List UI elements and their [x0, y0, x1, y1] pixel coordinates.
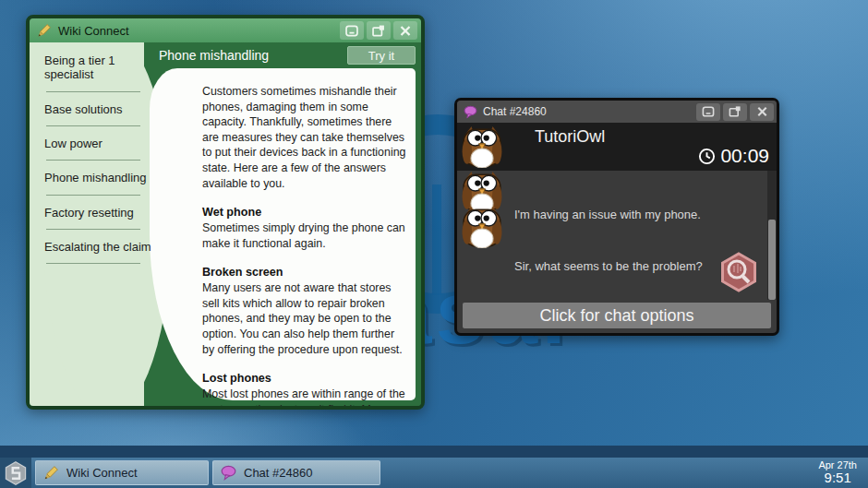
chat-bubble-icon — [464, 105, 477, 119]
section-body-wet-phone: Sometimes simply drying the phone can ma… — [202, 220, 406, 251]
sidebar-divider — [46, 229, 140, 230]
section-heading-wet-phone: Wet phone — [202, 205, 406, 220]
wiki-connect-window: Wiki Connect Being a tier 1 specialist B… — [26, 15, 425, 410]
chat-header: TutoriOwl 00:09 — [457, 123, 777, 171]
sidebar-divider — [46, 125, 140, 126]
wiki-window-title: Wiki Connect — [58, 24, 337, 38]
desktop: asar Wiki Connect Being a tier 1 special… — [0, 0, 868, 488]
sidebar-divider — [46, 195, 140, 196]
chat-window-title: Chat #24860 — [483, 105, 693, 118]
chat-scrollbar[interactable] — [767, 171, 777, 300]
clock-icon — [698, 148, 716, 165]
article-title: Phone mishandling — [144, 48, 347, 63]
tutoriowl-avatar — [461, 206, 503, 248]
section-body-broken-screen: Many users are not aware that stores sel… — [202, 280, 406, 357]
sidebar-divider — [46, 263, 140, 264]
taskbar-clock: Apr 27th 9:51 — [818, 459, 868, 486]
sidebar-divider — [46, 91, 140, 92]
sidebar-item-phone-mishandling[interactable]: Phone mishandling — [44, 171, 161, 184]
wiki-minimize-button[interactable] — [340, 21, 364, 40]
pencil-icon — [37, 23, 52, 38]
chat-window: Chat #24860 TutoriOwl 00:09 I'm having a… — [454, 98, 779, 336]
chat-timer: 00:09 — [698, 145, 769, 167]
article-header: Phone mishandling Try it — [144, 42, 421, 68]
chat-close-button[interactable] — [750, 103, 774, 121]
tutoriowl-avatar — [461, 125, 503, 168]
sidebar-item-being-a-tier-1-specialist[interactable]: Being a tier 1 specialist — [44, 54, 161, 82]
taskbar-time: 9:51 — [818, 470, 857, 486]
quasar-badge-icon — [718, 252, 759, 292]
start-button[interactable] — [0, 458, 31, 488]
taskbar-item-chat[interactable]: Chat #24860 — [212, 460, 380, 485]
chat-timer-value: 00:09 — [720, 145, 769, 167]
taskbar-item-wiki-connect[interactable]: Wiki Connect — [35, 460, 209, 485]
chat-options-button[interactable]: Click for chat options — [463, 303, 771, 328]
chat-contact-name: TutoriOwl — [535, 127, 605, 147]
chat-scrollbar-thumb[interactable] — [768, 220, 776, 300]
wallpaper-bottom-band — [0, 446, 868, 458]
wiki-close-button[interactable] — [393, 21, 417, 40]
sidebar-item-factory-resetting[interactable]: Factory resetting — [44, 206, 161, 220]
taskbar-item-label: Chat #24860 — [244, 466, 312, 480]
article-panel: Customers sometimes mishandle their phon… — [150, 68, 416, 400]
chat-message: Sir, what seems to be the problem? — [514, 259, 703, 273]
sidebar-item-escalating-the-claim[interactable]: Escalating the claim — [44, 240, 161, 254]
taskbar: Wiki Connect Chat #24860 Apr 27th 9:51 — [0, 458, 868, 488]
chat-minimize-button[interactable] — [696, 103, 720, 121]
sidebar-item-base-solutions[interactable]: Base solutions — [44, 102, 161, 116]
start-logo-icon — [4, 461, 28, 485]
section-heading-lost-phones: Lost phones — [202, 371, 406, 387]
wiki-title-bar[interactable]: Wiki Connect — [30, 18, 421, 42]
article-intro: Customers sometimes mishandle their phon… — [202, 84, 406, 191]
chat-message: I'm having an issue with my phone. — [514, 208, 701, 221]
section-body-lost-phones: Most lost phones are within range of the… — [202, 387, 406, 406]
chat-bubble-icon — [221, 465, 236, 481]
chat-title-bar[interactable]: Chat #24860 — [457, 101, 777, 123]
wiki-popout-button[interactable] — [367, 21, 391, 40]
try-it-button[interactable]: Try it — [347, 46, 416, 65]
sidebar-divider — [46, 160, 140, 161]
chat-popout-button[interactable] — [723, 103, 747, 121]
sidebar-item-low-power[interactable]: Low power — [44, 137, 161, 150]
wiki-sidebar-items: Being a tier 1 specialist Base solutions… — [30, 42, 170, 274]
wiki-body: Being a tier 1 specialist Base solutions… — [30, 42, 421, 406]
section-heading-broken-screen: Broken screen — [202, 265, 406, 280]
chat-message-list: I'm having an issue with my phone. Sir, … — [457, 171, 777, 300]
pencil-icon — [43, 465, 59, 481]
taskbar-item-label: Wiki Connect — [66, 466, 138, 480]
